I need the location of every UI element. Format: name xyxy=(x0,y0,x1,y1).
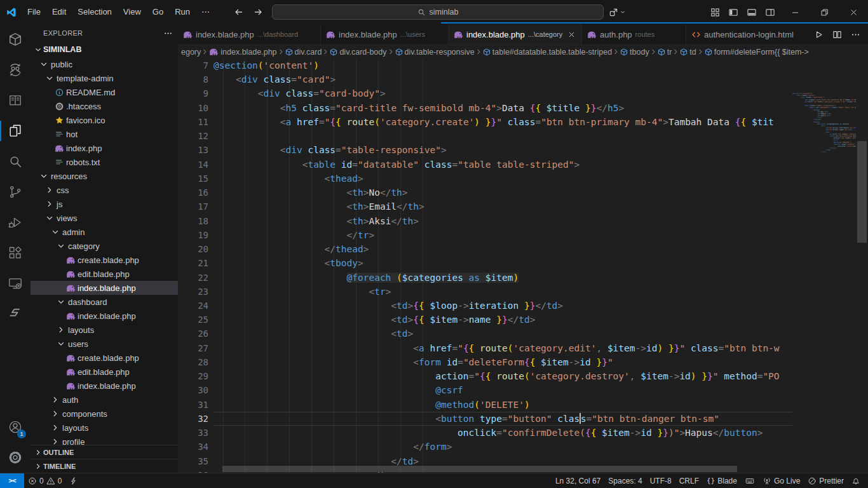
code-line-14[interactable]: <table id="datatable" class="table table… xyxy=(214,158,792,172)
breadcrumb-item-index-blade-php[interactable]: index.blade.php xyxy=(209,48,276,57)
run-icon[interactable] xyxy=(814,30,824,39)
tree-item-layouts[interactable]: layouts xyxy=(31,323,178,337)
activity-container[interactable] xyxy=(0,24,31,55)
activity-extensions[interactable] xyxy=(0,238,31,268)
code-line-31[interactable]: @method('DELETE') xyxy=(214,398,792,412)
code-line-7[interactable]: @section('content') xyxy=(214,58,792,72)
code-line-20[interactable]: </thead> xyxy=(214,242,792,256)
timeline-section[interactable]: TIMELINE xyxy=(31,459,178,473)
code-line-25[interactable]: <td>{{ $item->name }}</td> xyxy=(214,313,792,327)
workspace-root[interactable]: SIMINLAB xyxy=(31,42,178,57)
tree-item-htaccess[interactable]: .htaccess xyxy=(31,99,178,113)
tree-item-category[interactable]: category xyxy=(31,239,178,253)
status-notifications[interactable] xyxy=(848,473,864,488)
close-window-button[interactable] xyxy=(839,0,868,24)
horizontal-scrollbar-thumb[interactable] xyxy=(222,466,737,472)
tab-auth-php-4[interactable]: auth.phproutes xyxy=(582,24,686,44)
toggle-panel-icon[interactable] xyxy=(747,8,757,17)
close-icon[interactable] xyxy=(567,30,576,39)
tree-item-users[interactable]: users xyxy=(31,337,178,351)
tree-item-create-blade-php[interactable]: create.blade.php xyxy=(31,351,178,365)
activity-source-control[interactable] xyxy=(0,177,31,207)
status-encoding[interactable]: UTF-8 xyxy=(646,473,675,488)
tab-index-blade-php-1[interactable]: index.blade.php...\dashboard xyxy=(178,24,321,44)
breadcrumb-item-div-card-body[interactable]: div.card-body xyxy=(330,48,386,57)
restore-button[interactable] xyxy=(810,0,839,24)
breadcrumb-item-form-deleteform-item[interactable]: form#deleteForm{{ $item-> xyxy=(705,48,809,57)
tree-item-views[interactable]: views xyxy=(31,211,178,225)
tab-index-blade-php-3[interactable]: index.blade.php...\category xyxy=(449,24,582,44)
tree-item-public[interactable]: public xyxy=(31,57,178,71)
tree-item-js[interactable]: js xyxy=(31,197,178,211)
status-prettier[interactable]: Prettier xyxy=(804,473,848,488)
status-go-live[interactable]: Go Live xyxy=(759,473,804,488)
code-line-22[interactable]: @foreach ($categories as $item) xyxy=(214,271,792,285)
menu-item[interactable]: ⋯ xyxy=(196,0,215,24)
tree-item-hot[interactable]: hot xyxy=(31,127,178,141)
activity-s-extension[interactable] xyxy=(0,299,31,329)
tree-item-profile[interactable]: profile xyxy=(31,435,178,445)
code-line-11[interactable]: <a href="{{ route('category.create') }}"… xyxy=(214,115,792,129)
forward-arrow-icon[interactable] xyxy=(253,7,263,17)
tree-item-resources[interactable]: resources xyxy=(31,169,178,183)
tree-item-edit-blade-php[interactable]: edit.blade.php xyxy=(31,365,178,379)
breadcrumb-item-div-table-responsive[interactable]: div.table-responsive xyxy=(395,48,475,57)
status-eol[interactable]: CRLF xyxy=(675,473,703,488)
back-arrow-icon[interactable] xyxy=(234,7,244,17)
minimize-button[interactable] xyxy=(780,0,810,24)
minimap[interactable]: @section('content') <div class="card"> <… xyxy=(792,93,856,473)
tree-item-readme-md[interactable]: README.md xyxy=(31,85,178,99)
tree-item-edit-blade-php[interactable]: edit.blade.php xyxy=(31,267,178,281)
activity-live-share[interactable] xyxy=(0,55,31,85)
tree-item-layouts[interactable]: layouts xyxy=(31,421,178,435)
code-line-16[interactable]: <th>No</th> xyxy=(214,186,792,200)
code-line-13[interactable]: <div class="table-responsive"> xyxy=(214,143,792,157)
activity-explorer[interactable] xyxy=(0,116,31,146)
code-line-23[interactable]: <tr> xyxy=(214,285,792,299)
tab-authentication-login-html-5[interactable]: authentication-login.html xyxy=(686,24,817,44)
menu-view[interactable]: View xyxy=(118,0,147,24)
customize-layout-icon[interactable] xyxy=(710,8,720,17)
code-line-18[interactable]: <th>Aksi</th> xyxy=(214,214,792,228)
code-line-30[interactable]: @csrf xyxy=(214,383,792,397)
code-line-27[interactable]: <a href="{{ route('category.edit', $item… xyxy=(214,341,792,355)
breadcrumb-item-tr[interactable]: tr xyxy=(658,48,672,57)
tree-item-index-blade-php[interactable]: index.blade.php xyxy=(31,309,178,323)
activity-accounts[interactable]: 1 xyxy=(0,412,31,442)
vertical-scrollbar[interactable] xyxy=(856,93,868,473)
status-cursor-position[interactable]: Ln 32, Col 67 xyxy=(552,473,604,488)
menu-go[interactable]: Go xyxy=(147,0,169,24)
code-line-21[interactable]: <tbody> xyxy=(214,256,792,270)
tree-item-template-admin[interactable]: template-admin xyxy=(31,71,178,85)
status-keyboard[interactable] xyxy=(741,473,759,488)
breadcrumb-item-td[interactable]: td xyxy=(680,48,696,57)
tree-item-components[interactable]: components xyxy=(31,407,178,421)
tree-item-favicon-ico[interactable]: favicon.ico xyxy=(31,113,178,127)
remote-indicator[interactable]: >< xyxy=(0,473,24,488)
activity-remote-explorer[interactable] xyxy=(0,268,31,299)
menu-run[interactable]: Run xyxy=(169,0,196,24)
status-lightning[interactable] xyxy=(65,473,81,488)
code-line-26[interactable]: <td> xyxy=(214,327,792,341)
code-line-17[interactable]: <th>Email</th> xyxy=(214,200,792,214)
menu-file[interactable]: File xyxy=(22,0,46,24)
activity-run-debug[interactable] xyxy=(0,207,31,238)
status-indentation[interactable]: Spaces: 4 xyxy=(604,473,646,488)
code-line-28[interactable]: <form id="deleteForm{{ $item->id }}" xyxy=(214,355,792,369)
activity-settings[interactable] xyxy=(0,442,31,473)
outline-section[interactable]: OUTLINE xyxy=(31,445,178,459)
breadcrumb-item-table-datatable-table-table-striped[interactable]: table#datatable.table.table-striped xyxy=(483,48,612,57)
breadcrumb-item-egory[interactable]: egory xyxy=(181,48,201,57)
code-editor[interactable]: 7891011121314151617181920212223242526272… xyxy=(178,58,868,473)
toggle-secondary-sidebar-icon[interactable] xyxy=(765,8,775,17)
breadcrumb-item-tbody[interactable]: tbody xyxy=(620,48,649,57)
tree-item-create-blade-php[interactable]: create.blade.php xyxy=(31,253,178,267)
code-line-19[interactable]: </tr> xyxy=(214,228,792,242)
code-line-8[interactable]: <div class="card"> xyxy=(214,72,792,86)
window-action[interactable] xyxy=(609,0,626,24)
tab-index-blade-php-2[interactable]: index.blade.php...\users xyxy=(321,24,449,44)
toggle-primary-sidebar-icon[interactable] xyxy=(728,8,738,17)
tree-item-dashboard[interactable]: dashboard xyxy=(31,295,178,309)
code-line-33[interactable]: onclick="confirmDelete({{ $item->id }})"… xyxy=(214,426,792,440)
status-language-mode[interactable]: {}Blade xyxy=(703,473,741,488)
